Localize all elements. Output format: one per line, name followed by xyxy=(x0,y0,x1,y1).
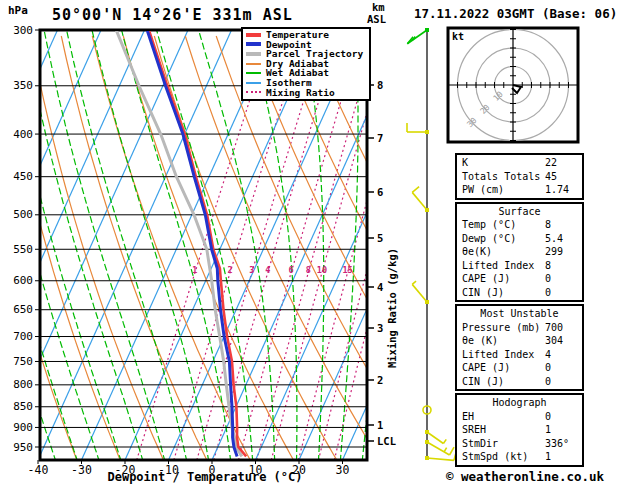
stat-value: 8 xyxy=(545,259,579,273)
table-row: PW (cm)1.74 xyxy=(457,183,582,197)
stat-value: 700 xyxy=(545,321,579,335)
stat-value: 1 xyxy=(545,450,579,464)
stat-value: 22 xyxy=(545,156,579,170)
legend-swatch xyxy=(246,91,261,93)
stat-label: EH xyxy=(462,410,545,424)
svg-text:1: 1 xyxy=(377,419,383,431)
table-row: Dewp (°C)5.4 xyxy=(457,232,582,246)
legend-swatch xyxy=(246,33,261,37)
stats-box-header: Most Unstable xyxy=(457,307,582,321)
stats-box: HodographEH0SREH1StmDir336°StmSpd (kt)1 xyxy=(455,393,584,467)
stat-value: 299 xyxy=(545,245,579,259)
svg-text:2: 2 xyxy=(227,265,232,275)
svg-text:750: 750 xyxy=(13,355,33,368)
svg-text:550: 550 xyxy=(13,243,33,256)
legend-swatch xyxy=(246,82,261,84)
svg-text:10: 10 xyxy=(317,265,327,275)
stat-value: 4 xyxy=(545,348,579,362)
svg-text:4: 4 xyxy=(377,281,383,293)
stats-box: K22Totals Totals45PW (cm)1.74 xyxy=(455,153,584,200)
stat-label: CAPE (J) xyxy=(462,272,545,286)
stat-value: 1 xyxy=(545,423,579,437)
skewt-sounding-screenshot: 50°00'N 14°26'E 331m ASL 17.11.2022 03GM… xyxy=(0,0,629,486)
stat-value: 0 xyxy=(545,272,579,286)
table-row: CIN (J)0 xyxy=(457,375,582,389)
table-row: StmSpd (kt)1 xyxy=(457,450,582,464)
stat-label: Pressure (mb) xyxy=(462,321,545,335)
svg-text:7: 7 xyxy=(377,132,383,144)
svg-text:500: 500 xyxy=(13,208,33,221)
legend-swatch xyxy=(246,52,261,56)
stat-value: 5.4 xyxy=(545,232,579,246)
stat-value: 0 xyxy=(545,375,579,389)
mixing-ratio-axis-label: Mixing Ratio (g/kg) xyxy=(386,248,398,368)
lcl-label: LCL xyxy=(377,435,396,447)
table-row: CAPE (J)0 xyxy=(457,361,582,375)
stat-label: SREH xyxy=(462,423,545,437)
svg-text:900: 900 xyxy=(13,421,33,434)
series-dewpoint xyxy=(147,30,237,456)
svg-text:2: 2 xyxy=(377,374,383,386)
table-row: CAPE (J)0 xyxy=(457,272,582,286)
svg-text:3: 3 xyxy=(377,322,383,334)
table-row: Lifted Index8 xyxy=(457,259,582,273)
table-row: CIN (J)0 xyxy=(457,286,582,300)
stat-label: Temp (°C) xyxy=(462,218,545,232)
legend-item-label: Mixing Ratio xyxy=(266,88,335,98)
stat-label: K xyxy=(462,156,545,170)
table-row: StmDir336° xyxy=(457,437,582,451)
svg-text:850: 850 xyxy=(13,400,33,413)
legend-item: Mixing Ratio xyxy=(246,88,369,98)
stat-value: 0 xyxy=(545,286,579,300)
pressure-tick-labels: 3003504004505005506006507007508008509009… xyxy=(13,24,33,454)
stat-value: 0 xyxy=(545,361,579,375)
svg-text:650: 650 xyxy=(13,303,33,316)
stat-label: PW (cm) xyxy=(462,183,545,197)
table-row: K22 xyxy=(457,156,582,170)
stat-label: θe(K) xyxy=(462,245,545,259)
stat-label: CIN (J) xyxy=(462,286,545,300)
stats-box-header: Hodograph xyxy=(457,396,582,410)
temperature-axis-label: Dewpoint / Temperature (°C) xyxy=(70,470,340,484)
stat-label: Dewp (°C) xyxy=(462,232,545,246)
svg-text:4: 4 xyxy=(265,265,270,275)
svg-text:300: 300 xyxy=(13,24,33,37)
copyright-label: © weatheronline.co.uk xyxy=(446,469,604,484)
table-row: SREH1 xyxy=(457,423,582,437)
table-row: Temp (°C)8 xyxy=(457,218,582,232)
svg-text:1: 1 xyxy=(192,265,197,275)
legend-box: TemperatureDewpointParcel TrajectoryDry … xyxy=(241,27,371,101)
hodograph: 102030 xyxy=(448,20,578,150)
svg-text:6: 6 xyxy=(289,265,294,275)
stat-value: 1.74 xyxy=(545,183,579,197)
table-row: Pressure (mb)700 xyxy=(457,321,582,335)
stat-value: 8 xyxy=(545,218,579,232)
wind-barb xyxy=(425,440,454,455)
stat-value: 336° xyxy=(545,437,579,451)
legend-swatch xyxy=(246,72,261,74)
wind-barb xyxy=(407,123,429,134)
stats-box-header: Surface xyxy=(457,205,582,219)
svg-text:8: 8 xyxy=(306,265,311,275)
svg-text:800: 800 xyxy=(13,378,33,391)
table-row: θe(K)299 xyxy=(457,245,582,259)
svg-text:15: 15 xyxy=(342,265,352,275)
svg-text:5: 5 xyxy=(377,232,383,244)
svg-text:3: 3 xyxy=(249,265,254,275)
svg-text:6: 6 xyxy=(377,186,383,198)
stat-value: 45 xyxy=(545,170,579,184)
stat-label: StmDir xyxy=(462,437,545,451)
svg-text:700: 700 xyxy=(13,330,33,343)
svg-text:450: 450 xyxy=(13,170,33,183)
stat-label: Totals Totals xyxy=(462,170,545,184)
stat-label: θe (K) xyxy=(462,334,545,348)
table-row: Lifted Index4 xyxy=(457,348,582,362)
svg-text:400: 400 xyxy=(13,128,33,141)
stat-value: 0 xyxy=(545,410,579,424)
stat-label: Lifted Index xyxy=(462,259,545,273)
stats-panels: K22Totals Totals45PW (cm)1.74SurfaceTemp… xyxy=(455,153,584,469)
table-row: Totals Totals45 xyxy=(457,170,582,184)
svg-text:-40: -40 xyxy=(28,463,49,477)
table-row: EH0 xyxy=(457,410,582,424)
svg-text:950: 950 xyxy=(13,441,33,454)
